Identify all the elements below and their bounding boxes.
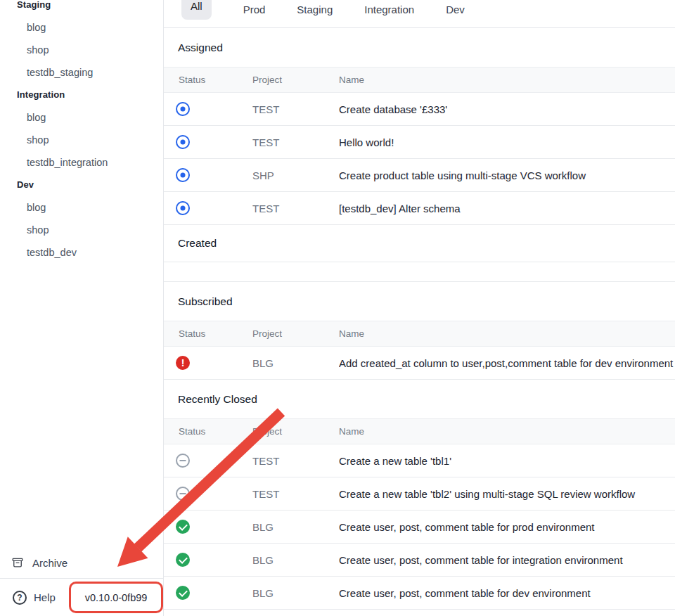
sidebar-item-testdb-staging[interactable]: testdb_staging [0, 61, 163, 84]
archive-link[interactable]: Archive [0, 547, 163, 578]
sidebar-item-testdb-integration[interactable]: testdb_integration [0, 151, 163, 174]
tab-integration[interactable]: Integration [364, 0, 414, 20]
database-tree: Staging blog shop testdb_staging Integra… [0, 0, 163, 264]
project-key: TEST [252, 203, 339, 214]
project-key: BLG [252, 521, 339, 533]
table-header: Status Project Name [164, 67, 675, 93]
issue-name: Create a new table 'tbl1' [339, 455, 675, 467]
sidebar-item-dev-shop[interactable]: shop [0, 219, 163, 241]
column-project: Project [252, 328, 339, 339]
table-header: Status Project Name [164, 321, 675, 347]
help-icon[interactable] [13, 591, 27, 605]
version-badge[interactable]: v0.10.0-0fb99 [69, 582, 163, 613]
sidebar-item-staging-shop[interactable]: shop [0, 39, 163, 61]
column-status: Status [164, 426, 252, 437]
help-label[interactable]: Help [34, 591, 56, 603]
sidebar-item-integration-blog[interactable]: blog [0, 106, 163, 129]
issue-name: Create user, post, comment table for dev… [339, 587, 675, 599]
tab-staging[interactable]: Staging [297, 0, 333, 20]
table-row[interactable]: BLG Create user, post, comment table for… [164, 577, 675, 610]
table-row[interactable]: SHP Create product table using multi-sta… [164, 159, 675, 192]
open-status-icon [176, 102, 190, 116]
sidebar-item-integration-shop[interactable]: shop [0, 129, 163, 151]
archive-icon [11, 556, 24, 569]
done-status-icon [176, 586, 190, 600]
env-group-integration: Integration [0, 84, 163, 106]
project-key: BLG [252, 357, 339, 369]
project-key: BLG [252, 587, 339, 599]
column-project: Project [252, 426, 339, 437]
project-key: TEST [252, 136, 339, 148]
column-name: Name [339, 75, 675, 85]
column-status: Status [164, 328, 252, 339]
open-status-icon [176, 168, 190, 182]
project-key: TEST [252, 455, 339, 467]
environment-tabs: All Prod Staging Integration Dev [164, 0, 675, 28]
project-key: TEST [252, 488, 339, 500]
table-row[interactable]: TEST Hello world! [164, 126, 675, 159]
issue-name: Add created_at column to user,post,comme… [339, 357, 675, 369]
section-recently-closed: Recently Closed Status Project Name TEST… [164, 380, 675, 610]
section-title: Recently Closed [164, 380, 675, 418]
table-row[interactable]: TEST Create a new table 'tbl1' [164, 444, 675, 477]
env-group-staging: Staging [0, 0, 163, 16]
section-title: Assigned [164, 28, 675, 67]
issue-name: Create a new table 'tbl2' using multi-st… [339, 488, 675, 500]
open-status-icon [176, 135, 190, 149]
issue-name: Create user, post, comment table for int… [339, 554, 675, 566]
table-row[interactable]: TEST Create database '£333' [164, 93, 675, 126]
tab-dev[interactable]: Dev [446, 0, 465, 20]
issue-name: Hello world! [339, 136, 675, 148]
empty-table-body [164, 262, 675, 282]
tab-all[interactable]: All [181, 0, 212, 20]
issue-name: [testdb_dev] Alter schema [339, 203, 675, 214]
section-title: Created [164, 225, 675, 262]
section-created: Created [164, 225, 675, 282]
sidebar-item-testdb-dev[interactable]: testdb_dev [0, 241, 163, 264]
table-row[interactable]: TEST [testdb_dev] Alter schema [164, 192, 675, 225]
table-row[interactable]: BLG Add created_at column to user,post,c… [164, 347, 675, 380]
sidebar: Staging blog shop testdb_staging Integra… [0, 0, 164, 616]
canceled-status-icon [176, 487, 190, 501]
project-key: BLG [252, 554, 339, 566]
tab-prod[interactable]: Prod [243, 0, 266, 20]
issue-name: Create product table using multi-stage V… [339, 169, 675, 181]
app-window: Staging blog shop testdb_staging Integra… [0, 0, 675, 616]
column-name: Name [339, 426, 675, 437]
section-title: Subscribed [164, 282, 675, 321]
env-group-dev: Dev [0, 174, 163, 196]
column-project: Project [252, 75, 339, 85]
section-subscribed: Subscribed Status Project Name BLG Add c… [164, 282, 675, 380]
canceled-status-icon [176, 454, 190, 468]
column-status: Status [164, 75, 252, 85]
column-name: Name [339, 328, 675, 339]
issue-name: Create user, post, comment table for pro… [339, 521, 675, 533]
archive-label: Archive [32, 557, 68, 569]
done-status-icon [176, 553, 190, 567]
project-key: SHP [252, 169, 339, 181]
done-status-icon [176, 520, 190, 534]
section-assigned: Assigned Status Project Name TEST Create… [164, 28, 675, 225]
open-status-icon [176, 201, 190, 215]
error-status-icon [176, 356, 190, 370]
sidebar-item-dev-blog[interactable]: blog [0, 196, 163, 219]
table-header: Status Project Name [164, 418, 675, 444]
table-row[interactable]: BLG Create user, post, comment table for… [164, 544, 675, 577]
sidebar-item-staging-blog[interactable]: blog [0, 16, 163, 39]
table-row[interactable]: BLG Create user, post, comment table for… [164, 511, 675, 544]
project-key: TEST [252, 103, 339, 115]
help-row: Help v0.10.0-0fb99 [0, 579, 163, 616]
main-content: All Prod Staging Integration Dev Assigne… [164, 0, 675, 616]
version-text: v0.10.0-0fb99 [85, 592, 148, 603]
table-row[interactable]: TEST Create a new table 'tbl2' using mul… [164, 477, 675, 511]
issue-name: Create database '£333' [339, 103, 675, 115]
